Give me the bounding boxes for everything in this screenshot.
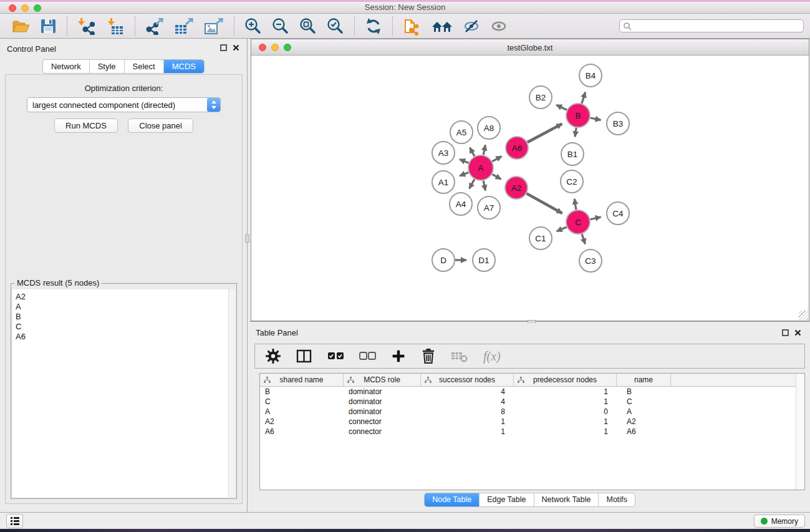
export-table-button[interactable] bbox=[169, 15, 199, 37]
tab-edge-table[interactable]: Edge Table bbox=[480, 493, 534, 506]
tab-select[interactable]: Select bbox=[125, 60, 164, 73]
graph-edge-A2-C[interactable] bbox=[527, 193, 562, 213]
graph-node-A7[interactable]: A7 bbox=[478, 196, 500, 219]
float-panel-icon[interactable] bbox=[782, 329, 789, 336]
split-divider-handle[interactable] bbox=[245, 235, 249, 243]
graph-node-C2[interactable]: C2 bbox=[561, 170, 583, 193]
add-button[interactable] bbox=[391, 346, 406, 366]
column-header-predecessor-nodes[interactable]: predecessor nodes bbox=[514, 374, 617, 386]
graph-edge-C-C1[interactable] bbox=[557, 227, 567, 231]
column-header-name[interactable]: name bbox=[617, 374, 671, 386]
table-row[interactable]: A dominator 8 0 A bbox=[260, 407, 804, 417]
graph-edge-A-A5[interactable] bbox=[470, 148, 475, 157]
graph-node-A4[interactable]: A4 bbox=[450, 193, 472, 215]
export-network-button[interactable] bbox=[140, 15, 169, 37]
graph-edge-A-A4[interactable] bbox=[470, 179, 475, 188]
graph-node-C4[interactable]: C4 bbox=[607, 202, 629, 225]
table-row[interactable]: A2 connector 1 1 A2 bbox=[260, 417, 804, 427]
delete-table-button[interactable] bbox=[451, 346, 468, 366]
close-panel-icon[interactable] bbox=[794, 329, 801, 336]
graph-edge-C-C4[interactable] bbox=[591, 217, 601, 220]
graph-node-A3[interactable]: A3 bbox=[432, 142, 455, 164]
list-item[interactable]: C bbox=[12, 322, 235, 332]
graph-node-A5[interactable]: A5 bbox=[450, 121, 473, 143]
zoom-in-button[interactable] bbox=[239, 15, 267, 37]
graph-edge-A6-B[interactable] bbox=[528, 124, 562, 143]
delete-button[interactable] bbox=[421, 346, 436, 366]
graph-node-B2[interactable]: B2 bbox=[529, 86, 552, 109]
graph-node-B4[interactable]: B4 bbox=[579, 64, 602, 87]
zoom-selected-button[interactable] bbox=[322, 15, 349, 37]
zoom-fit-button[interactable] bbox=[294, 15, 322, 37]
column-header-successor-nodes[interactable]: successor nodes bbox=[421, 374, 514, 386]
search-input[interactable] bbox=[634, 21, 803, 31]
tab-style[interactable]: Style bbox=[90, 60, 125, 73]
tab-motifs[interactable]: Motifs bbox=[599, 493, 634, 506]
graph-node-A[interactable]: A bbox=[468, 155, 493, 180]
network-canvas[interactable]: B4B2BB3A8A5A6A3B1AA1C2A2A4A7C4CC1C3DD1 bbox=[251, 56, 809, 321]
graph-edge-C-C2[interactable] bbox=[574, 199, 576, 210]
tab-network[interactable]: Network bbox=[43, 60, 90, 73]
deselect-all-button[interactable] bbox=[359, 346, 376, 366]
run-mcds-button[interactable]: Run MCDS bbox=[54, 118, 118, 133]
columns-button[interactable] bbox=[296, 346, 312, 366]
graph-edge-A-A8[interactable] bbox=[483, 145, 485, 155]
import-table-button[interactable] bbox=[101, 15, 130, 37]
zoom-out-button[interactable] bbox=[267, 15, 294, 37]
list-scrollbar[interactable] bbox=[228, 289, 235, 497]
function-builder-button[interactable]: f(x) bbox=[483, 349, 501, 364]
list-item[interactable]: A2 bbox=[12, 292, 235, 302]
first-neighbors-button[interactable] bbox=[427, 15, 458, 37]
graph-node-A8[interactable]: A8 bbox=[478, 117, 500, 139]
import-network-button[interactable] bbox=[72, 15, 101, 37]
graph-node-D[interactable]: D bbox=[432, 249, 455, 271]
column-header-shared-name[interactable]: shared name bbox=[260, 374, 344, 386]
graph-node-C1[interactable]: C1 bbox=[529, 227, 552, 249]
close-panel-icon[interactable] bbox=[233, 44, 239, 51]
graph-edge-A-A1[interactable] bbox=[460, 173, 468, 176]
graph-edge-B-B2[interactable] bbox=[556, 105, 567, 110]
graph-edge-B-B4[interactable] bbox=[582, 92, 586, 104]
task-history-button[interactable] bbox=[6, 514, 23, 528]
list-item[interactable]: A bbox=[12, 302, 235, 312]
tab-node-table[interactable]: Node Table bbox=[425, 493, 480, 506]
criterion-dropdown[interactable]: largest connected component (directed) bbox=[27, 97, 221, 112]
table-row[interactable]: C dominator 4 1 C bbox=[260, 397, 804, 407]
graph-edge-C-C3[interactable] bbox=[582, 234, 585, 244]
table-scrollbar[interactable] bbox=[796, 374, 804, 490]
graph-node-B3[interactable]: B3 bbox=[607, 112, 629, 135]
graph-node-B1[interactable]: B1 bbox=[561, 143, 584, 165]
graph-node-C[interactable]: C bbox=[566, 210, 590, 234]
apply-layout-button[interactable] bbox=[360, 15, 387, 37]
graph-node-A2[interactable]: A2 bbox=[505, 177, 528, 199]
list-item[interactable]: B bbox=[12, 312, 235, 322]
float-panel-icon[interactable] bbox=[220, 44, 227, 51]
open-session-button[interactable] bbox=[6, 15, 35, 37]
network-from-selection-button[interactable] bbox=[398, 15, 427, 37]
show-all-button[interactable] bbox=[485, 15, 513, 37]
graph-edge-B-B1[interactable] bbox=[575, 128, 576, 137]
table-row[interactable]: B dominator 4 1 B bbox=[260, 387, 804, 397]
graph-edge-B-B3[interactable] bbox=[591, 118, 601, 120]
export-image-button[interactable] bbox=[199, 15, 229, 37]
tab-network-table[interactable]: Network Table bbox=[534, 493, 599, 506]
column-header-mcds-role[interactable]: MCDS role bbox=[344, 374, 421, 386]
settings-gear-button[interactable] bbox=[265, 346, 281, 366]
graph-edge-A-A3[interactable] bbox=[460, 159, 469, 163]
table-row[interactable]: A6 connector 1 1 A6 bbox=[260, 427, 804, 437]
close-panel-button[interactable]: Close panel bbox=[128, 118, 193, 133]
graph-edge-A-A2[interactable] bbox=[492, 174, 501, 179]
list-item[interactable]: A6 bbox=[12, 332, 235, 342]
select-all-button[interactable] bbox=[327, 346, 344, 366]
graph-node-C3[interactable]: C3 bbox=[579, 249, 602, 272]
memory-button[interactable]: Memory bbox=[754, 515, 805, 528]
graph-edge-A-A6[interactable] bbox=[492, 157, 501, 162]
graph-node-A6[interactable]: A6 bbox=[506, 137, 528, 159]
window-resize-grip[interactable] bbox=[799, 311, 808, 320]
graph-node-A1[interactable]: A1 bbox=[432, 171, 455, 193]
hide-selected-button[interactable] bbox=[458, 15, 485, 37]
graph-node-B[interactable]: B bbox=[566, 104, 590, 127]
save-session-button[interactable] bbox=[35, 15, 62, 37]
graph-node-D1[interactable]: D1 bbox=[473, 249, 495, 271]
tab-mcds[interactable]: MCDS bbox=[164, 60, 204, 73]
